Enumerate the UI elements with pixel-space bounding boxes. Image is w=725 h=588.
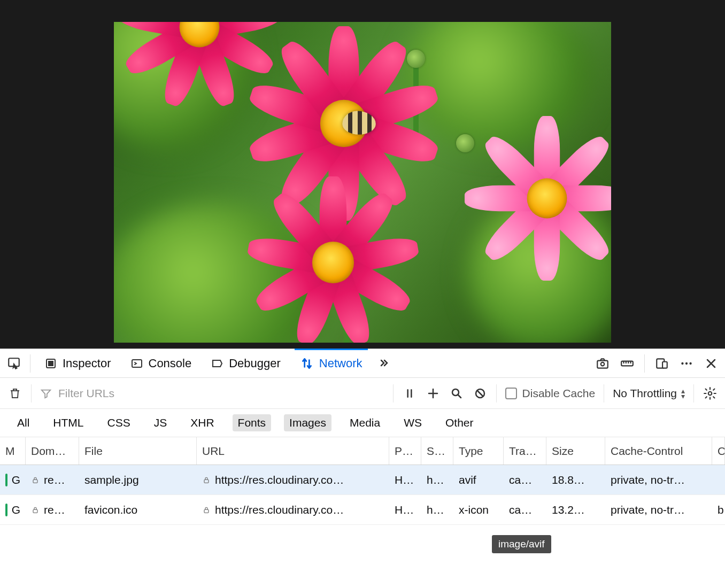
svg-point-11 [689, 362, 691, 364]
filter-other[interactable]: Other [440, 414, 479, 431]
col-protocol[interactable]: P… [389, 437, 421, 465]
measure-button[interactable] [620, 356, 635, 371]
svg-point-9 [681, 362, 683, 364]
filter-fonts[interactable]: Fonts [233, 414, 272, 431]
cell-domain: re… [26, 504, 79, 516]
devtools-tab-bar: Inspector Console Debugger Network [0, 349, 725, 378]
svg-rect-16 [204, 479, 209, 483]
throttling-select[interactable]: No Throttling ▴▾ [613, 387, 685, 400]
svg-point-10 [685, 362, 688, 364]
filter-css[interactable]: CSS [102, 414, 136, 431]
svg-rect-8 [662, 361, 667, 368]
col-cookies[interactable]: C [712, 437, 725, 465]
requests-table: M Dom… File URL P… S… Type Tra… Size Cac… [0, 437, 725, 525]
cell-cache-control: private, no-tr… [605, 504, 712, 516]
select-label: No Throttling [613, 387, 677, 400]
tab-network[interactable]: Network [295, 349, 368, 377]
responsive-design-button[interactable] [654, 356, 669, 371]
cell-method: G [0, 504, 26, 516]
cell-domain: re… [26, 474, 79, 486]
col-scheme[interactable]: S… [421, 437, 453, 465]
checkbox-label: Disable Cache [522, 387, 596, 400]
cell-protocol: H… [389, 504, 421, 516]
cell-protocol: H… [389, 474, 421, 486]
tab-inspector[interactable]: Inspector [39, 349, 117, 377]
close-devtools-button[interactable] [704, 356, 719, 371]
table-header[interactable]: M Dom… File URL P… S… Type Tra… Size Cac… [0, 437, 725, 465]
svg-rect-18 [204, 509, 209, 513]
col-size[interactable]: Size [546, 437, 605, 465]
cell-cache-control: private, no-tr… [605, 474, 712, 486]
cell-method: G [0, 474, 26, 486]
block-button[interactable] [473, 386, 488, 401]
col-cache-control[interactable]: Cache-Control [605, 437, 712, 465]
debugger-icon [211, 357, 223, 370]
svg-rect-4 [597, 360, 608, 368]
tab-console[interactable]: Console [125, 349, 197, 377]
cell-scheme: h… [421, 474, 453, 486]
disable-cache-checkbox[interactable]: Disable Cache [505, 387, 596, 400]
kebab-menu-button[interactable] [679, 356, 694, 371]
filter-ws[interactable]: WS [398, 414, 427, 431]
cell-scheme: h… [421, 504, 453, 516]
inspector-icon [44, 357, 57, 370]
request-type-filters: AllHTMLCSSJSXHRFontsImagesMediaWSOther [0, 409, 725, 437]
filter-urls-input[interactable] [58, 387, 198, 400]
cell-type: x-icon [453, 504, 504, 516]
tab-label: Network [319, 357, 362, 370]
displayed-image [114, 22, 611, 343]
filter-js[interactable]: JS [149, 414, 173, 431]
filter-images[interactable]: Images [284, 414, 331, 431]
svg-rect-17 [33, 509, 37, 513]
filter-icon [40, 388, 52, 399]
cell-url: https://res.cloudinary.co… [197, 474, 389, 486]
tab-overflow-button[interactable] [376, 356, 391, 371]
network-toolbar: Disable Cache No Throttling ▴▾ [0, 378, 725, 409]
pause-button[interactable] [402, 386, 417, 401]
table-row[interactable]: Gre…sample.jpghttps://res.cloudinary.co…… [0, 465, 725, 495]
tab-label: Console [149, 357, 192, 370]
cell-size: 18.8… [546, 474, 605, 486]
clear-button[interactable] [7, 386, 22, 401]
type-tooltip: image/avif [492, 535, 551, 553]
cell-transferred: ca… [504, 474, 546, 486]
settings-button[interactable] [703, 386, 718, 401]
svg-rect-6 [621, 361, 633, 366]
cell-size: 13.2… [546, 504, 605, 516]
cell-file: sample.jpg [79, 474, 197, 486]
console-icon [130, 357, 143, 370]
filter-all[interactable]: All [12, 414, 35, 431]
screenshot-button[interactable] [595, 356, 610, 371]
filter-media[interactable]: Media [344, 414, 385, 431]
filter-xhr[interactable]: XHR [185, 414, 219, 431]
select-arrows-icon: ▴▾ [681, 388, 685, 399]
checkbox-box [505, 388, 517, 399]
tab-label: Inspector [63, 357, 111, 370]
col-url[interactable]: URL [197, 437, 389, 465]
col-method[interactable]: M [0, 437, 26, 465]
svg-point-14 [708, 391, 712, 395]
cell-file: favicon.ico [79, 504, 197, 516]
pick-element-button[interactable] [6, 356, 21, 371]
col-file[interactable]: File [79, 437, 197, 465]
search-button[interactable] [449, 386, 464, 401]
cell-transferred: ca… [504, 504, 546, 516]
svg-rect-15 [33, 479, 37, 483]
col-transferred[interactable]: Tra… [504, 437, 546, 465]
col-type[interactable]: Type [453, 437, 504, 465]
content-viewport [0, 0, 725, 349]
tab-label: Debugger [229, 357, 281, 370]
add-button[interactable] [426, 386, 441, 401]
svg-point-5 [601, 362, 605, 366]
cell-type: avif [453, 474, 504, 486]
svg-rect-2 [49, 361, 53, 366]
network-icon [300, 357, 314, 370]
cell-url: https://res.cloudinary.co… [197, 504, 389, 516]
col-domain[interactable]: Dom… [26, 437, 79, 465]
table-row[interactable]: Gre…favicon.icohttps://res.cloudinary.co… [0, 495, 725, 525]
filter-html[interactable]: HTML [48, 414, 89, 431]
cell-cookies: b [712, 504, 725, 516]
tab-debugger[interactable]: Debugger [205, 349, 286, 377]
